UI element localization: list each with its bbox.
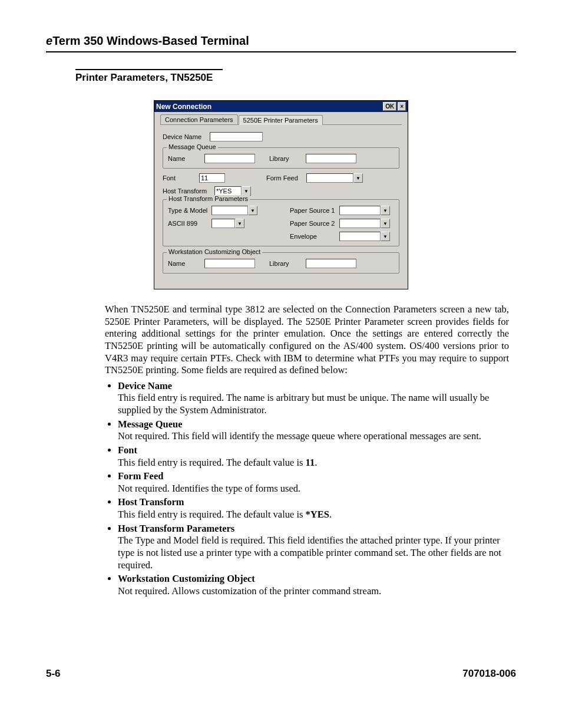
def-host-transform: Host Transform This field entry is requi… — [118, 496, 509, 521]
ok-button[interactable]: OK — [383, 102, 396, 111]
input-mq-name[interactable] — [204, 154, 255, 163]
header-prefix: e — [46, 34, 52, 47]
label-font: Font — [163, 174, 199, 182]
input-wco-name[interactable] — [204, 259, 255, 268]
group-message-queue: Message Queue Name Library — [163, 147, 399, 169]
tab-strip: Connection Parameters 5250E Printer Para… — [160, 114, 402, 125]
dialog-body: Connection Parameters 5250E Printer Para… — [154, 112, 408, 289]
running-head: eTerm 350 Windows-Based Terminal — [46, 34, 516, 52]
chevron-down-icon: ▼ — [381, 206, 390, 215]
combo-type-model[interactable]: ▼ — [211, 206, 257, 215]
label-device-name: Device Name — [163, 133, 210, 140]
chevron-down-icon: ▼ — [242, 186, 251, 196]
label-paper-source-2: Paper Source 2 — [290, 220, 339, 227]
input-font[interactable]: 11 — [199, 173, 225, 183]
label-mq-name: Name — [168, 155, 204, 162]
label-wco-name: Name — [168, 260, 204, 267]
def-font: Font This field entry is required. The d… — [118, 444, 509, 469]
tab-5250e-printer-parameters[interactable]: 5250E Printer Parameters — [239, 115, 323, 125]
page-number: 5-6 — [46, 668, 61, 680]
intro-paragraph: When TN5250E and terminal type 3812 are … — [105, 304, 509, 377]
chevron-down-icon: ▼ — [381, 219, 390, 228]
label-mq-library: Library — [269, 155, 306, 162]
chevron-down-icon: ▼ — [381, 232, 390, 241]
group-workstation-customizing-object: Workstation Customizing Object Name Libr… — [163, 252, 399, 274]
definition-list: Device Name This field entry is required… — [105, 380, 509, 598]
dialog-title: New Connection — [156, 103, 382, 111]
document-number: 707018-006 — [462, 668, 516, 680]
dialog-window: New Connection OK × Connection Parameter… — [154, 100, 408, 289]
label-type-model: Type & Model — [168, 207, 211, 214]
input-mq-library[interactable] — [306, 154, 356, 163]
chevron-down-icon: ▼ — [353, 173, 363, 183]
combo-host-transform[interactable]: *YES ▼ — [214, 186, 251, 196]
legend-htp: Host Transform Parameters — [167, 195, 250, 202]
close-button[interactable]: × — [398, 102, 406, 111]
body-text: When TN5250E and terminal type 3812 are … — [105, 304, 509, 597]
combo-form-feed[interactable]: ▼ — [306, 173, 363, 183]
input-wco-library[interactable] — [306, 259, 356, 268]
dialog-figure: New Connection OK × Connection Parameter… — [46, 100, 516, 289]
dialog-titlebar: New Connection OK × — [154, 101, 408, 112]
chevron-down-icon: ▼ — [235, 219, 244, 228]
label-wco-library: Library — [269, 260, 306, 267]
form-area: Device Name Message Queue Name Library — [160, 131, 402, 274]
combo-envelope[interactable]: ▼ — [339, 232, 390, 241]
def-form-feed: Form Feed Not required. Identifies the t… — [118, 470, 509, 495]
combo-paper-source-2[interactable]: ▼ — [339, 219, 390, 228]
legend-message-queue: Message Queue — [167, 143, 218, 150]
label-envelope: Envelope — [290, 233, 339, 240]
def-message-queue: Message Queue Not required. This field w… — [118, 419, 509, 443]
combo-paper-source-1[interactable]: ▼ — [339, 206, 390, 215]
chevron-down-icon: ▼ — [248, 206, 257, 215]
label-ascii899: ASCII 899 — [168, 220, 211, 227]
header-title: Term 350 Windows-Based Terminal — [52, 34, 249, 47]
input-device-name[interactable] — [210, 132, 263, 141]
page-footer: 5-6 707018-006 — [46, 668, 516, 680]
tab-connection-parameters[interactable]: Connection Parameters — [160, 114, 238, 124]
legend-wco: Workstation Customizing Object — [167, 248, 262, 255]
group-host-transform-parameters: Host Transform Parameters Type & Model ▼ — [163, 199, 399, 246]
label-host-transform: Host Transform — [163, 187, 214, 195]
def-workstation-customizing-object: Workstation Customizing Object Not requi… — [118, 573, 509, 597]
def-host-transform-parameters: Host Transform Parameters The Type and M… — [118, 523, 509, 572]
def-device-name: Device Name This field entry is required… — [118, 380, 509, 417]
label-form-feed: Form Feed — [266, 174, 306, 182]
label-paper-source-1: Paper Source 1 — [290, 207, 339, 214]
combo-ascii899[interactable]: ▼ — [211, 219, 244, 228]
section-heading: Printer Parameters, TN5250E — [75, 69, 223, 84]
